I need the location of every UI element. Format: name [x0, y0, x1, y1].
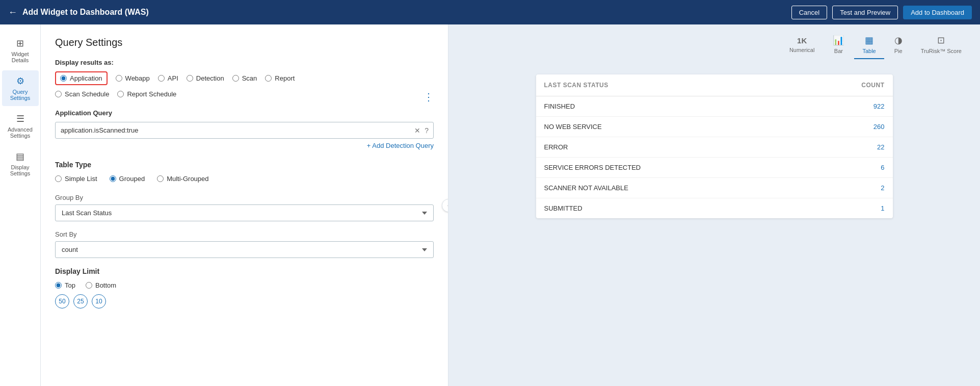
display-results-radio-group: Application Webapp API Detection	[55, 71, 434, 85]
sidebar-item-display-settings[interactable]: ▤ Display Settings	[2, 146, 39, 182]
cancel-button[interactable]: Cancel	[791, 6, 827, 19]
radio-simple-list-input[interactable]	[55, 175, 62, 182]
radio-grouped-label: Grouped	[119, 175, 145, 183]
tab-numerical[interactable]: 1K Numerical	[781, 32, 823, 58]
tab-pie[interactable]: ◑ Pie	[886, 31, 911, 59]
radio-top-input[interactable]	[55, 282, 62, 289]
tab-pie-label: Pie	[894, 48, 903, 54]
sort-by-label: Sort By	[55, 230, 434, 238]
radio-report-input[interactable]	[265, 75, 272, 82]
sidebar-item-advanced-settings[interactable]: ☰ Advanced Settings	[2, 108, 39, 144]
table-row: FINISHED922	[536, 96, 893, 117]
radio-scan-schedule-input[interactable]	[55, 91, 62, 97]
limit-10-button[interactable]: 10	[92, 294, 106, 308]
tab-trurisk-label: TruRisk™ Score	[921, 48, 962, 54]
radio-api[interactable]: API	[158, 74, 178, 82]
radio-scan[interactable]: Scan	[232, 74, 257, 82]
tab-table[interactable]: ▦ Table	[854, 31, 884, 59]
sidebar-item-label: Advanced Settings	[5, 126, 36, 139]
cell-count[interactable]: 22	[801, 137, 893, 158]
sidebar-item-label: Query Settings	[5, 89, 36, 101]
tab-bar[interactable]: 📊 Bar	[825, 31, 852, 59]
preview-content: LAST SCAN STATUS COUNT FINISHED922NO WEB…	[448, 59, 980, 386]
radio-webapp-input[interactable]	[116, 75, 122, 82]
cell-status: SUBMITTED	[536, 198, 801, 219]
tab-bar-label: Bar	[834, 48, 843, 54]
radio-grouped[interactable]: Grouped	[110, 175, 145, 183]
radio-scan-schedule-label: Scan Schedule	[65, 90, 109, 98]
application-query-label: Application Query	[55, 109, 434, 117]
table-body: FINISHED922NO WEB SERVICE260ERROR22SERVI…	[536, 96, 893, 219]
query-settings-icon: ⚙	[16, 75, 24, 87]
add-detection-query-link[interactable]: + Add Detection Query	[367, 142, 434, 149]
sidebar-item-widget-details[interactable]: ⊞ Widget Details	[2, 33, 39, 68]
radio-detection-label: Detection	[196, 74, 224, 82]
more-options-icon[interactable]: ⋮	[423, 91, 434, 103]
radio-application-input[interactable]	[60, 75, 67, 82]
radio-top-label: Top	[65, 281, 75, 289]
sort-by-section: Sort By count name asc desc	[55, 230, 434, 258]
radio-scan-input[interactable]	[232, 75, 239, 82]
cell-count[interactable]: 260	[801, 117, 893, 137]
radio-scan-label: Scan	[242, 74, 257, 82]
radio-report-schedule-input[interactable]	[117, 91, 124, 97]
radio-detection[interactable]: Detection	[187, 74, 224, 82]
radio-application[interactable]: Application	[55, 71, 108, 85]
radio-webapp[interactable]: Webapp	[116, 74, 150, 82]
input-icons: ✕ ?	[414, 126, 429, 135]
table-row: NO WEB SERVICE260	[536, 117, 893, 137]
radio-application-label: Application	[70, 74, 102, 82]
application-query-section: Application Query ✕ ? + Add Detection Qu…	[55, 109, 434, 149]
radio-detection-input[interactable]	[187, 75, 193, 82]
sidebar-item-label: Widget Details	[5, 51, 36, 63]
collapse-panel-button[interactable]: ‹	[442, 199, 448, 212]
radio-top[interactable]: Top	[55, 281, 75, 289]
radio-bottom-label: Bottom	[95, 281, 116, 289]
add-dashboard-button[interactable]: Add to Dashboard	[903, 6, 972, 19]
panel-title: Query Settings	[55, 37, 434, 48]
cell-count[interactable]: 6	[801, 158, 893, 178]
page-title: Add Widget to Dashboard (WAS)	[22, 8, 149, 17]
header: ← Add Widget to Dashboard (WAS) Cancel T…	[0, 0, 980, 24]
limit-50-button[interactable]: 50	[55, 294, 69, 308]
radio-simple-list[interactable]: Simple List	[55, 175, 97, 183]
group-by-select[interactable]: Last Scan Status Application Name Tag Bu…	[55, 204, 434, 221]
tab-trurisk[interactable]: ⊡ TruRisk™ Score	[913, 31, 970, 59]
clear-query-button[interactable]: ✕	[414, 126, 420, 135]
tab-table-label: Table	[862, 48, 876, 54]
table-row: SUBMITTED1	[536, 198, 893, 219]
cell-count[interactable]: 2	[801, 178, 893, 198]
bar-icon: 📊	[833, 35, 844, 46]
radio-bottom-input[interactable]	[86, 282, 92, 289]
cell-count[interactable]: 1	[801, 198, 893, 219]
radio-multi-grouped-input[interactable]	[157, 175, 164, 182]
group-by-label: Group By	[55, 194, 434, 201]
radio-report-schedule[interactable]: Report Schedule	[117, 90, 176, 98]
table-type-section: Table Type Simple List Grouped Multi-Gro…	[55, 161, 434, 183]
cell-count[interactable]: 922	[801, 96, 893, 117]
sidebar-item-query-settings[interactable]: ⚙ Query Settings	[2, 70, 39, 106]
preview-table: LAST SCAN STATUS COUNT FINISHED922NO WEB…	[536, 74, 893, 218]
query-input[interactable]	[55, 122, 434, 139]
radio-report[interactable]: Report	[265, 74, 295, 82]
limit-25-button[interactable]: 25	[73, 294, 88, 308]
sidebar: ⊞ Widget Details ⚙ Query Settings ☰ Adva…	[0, 24, 41, 386]
radio-webapp-label: Webapp	[125, 74, 150, 82]
query-help-button[interactable]: ?	[425, 126, 429, 135]
radio-report-schedule-label: Report Schedule	[127, 90, 176, 98]
trurisk-icon: ⊡	[937, 35, 945, 46]
limit-buttons: 50 25 10	[55, 294, 434, 308]
display-results-radio-row2: Scan Schedule Report Schedule	[55, 90, 434, 98]
radio-scan-schedule[interactable]: Scan Schedule	[55, 90, 109, 98]
cell-status: SCANNER NOT AVAILABLE	[536, 178, 801, 198]
content-area: Query Settings Display results as: Appli…	[41, 24, 980, 386]
radio-bottom[interactable]: Bottom	[86, 281, 116, 289]
widget-details-icon: ⊞	[16, 38, 24, 49]
sort-by-select[interactable]: count name asc desc	[55, 241, 434, 258]
right-panel: 1K Numerical 📊 Bar ▦ Table ◑ Pie ⊡ Tr	[448, 24, 980, 386]
test-preview-button[interactable]: Test and Preview	[832, 6, 898, 19]
radio-multi-grouped[interactable]: Multi-Grouped	[157, 175, 208, 183]
radio-api-input[interactable]	[158, 75, 165, 82]
radio-grouped-input[interactable]	[110, 175, 116, 182]
back-icon[interactable]: ←	[8, 7, 17, 18]
